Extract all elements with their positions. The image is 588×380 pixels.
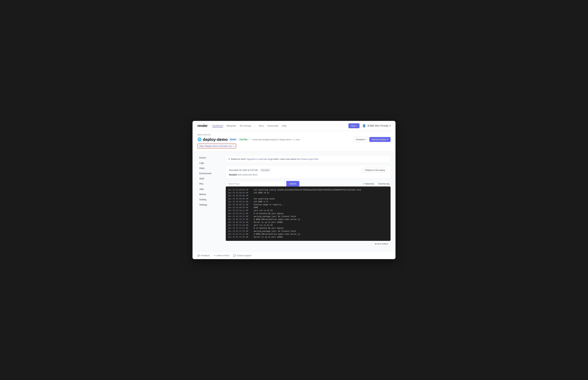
commit-hash: 8baa92d (229, 173, 237, 176)
brand-logo: render (197, 124, 207, 128)
log-message: Pushing image to registry... (254, 203, 285, 206)
upgrade-link[interactable]: Upgrade to a paid plan (247, 158, 268, 160)
globe-icon: 🌐 (197, 137, 202, 141)
footer-invite[interactable]: ✈ Invite a Friend (214, 254, 229, 257)
repo-info: ⑂ ntuee-web-programming/1II-1-deploy-dem… (251, 138, 300, 141)
user-menu[interactable]: 👤 莊加皓 (Max Chuang) ▾ (362, 124, 391, 128)
sidebar-item-prs[interactable]: PRs (197, 181, 222, 186)
scroll-bottom-row: Scroll to bottom (226, 242, 391, 246)
connect-button[interactable]: Connect ▾ (353, 137, 368, 142)
footer: 💬 Feedback ✈ Invite a Friend 💭 Contact S… (193, 252, 395, 259)
sidebar-item-environment[interactable]: Environment (197, 171, 222, 176)
manual-deploy-button[interactable]: Manual Deploy ▾ (369, 137, 391, 142)
header-actions: Connect ▾ Manual Deploy ▾ (353, 137, 391, 142)
service-title-row: 🌐 deploy-demo Docker Free Plan ⑂ ntuee-w… (197, 137, 391, 142)
chevron-down-icon: ▾ (387, 138, 388, 141)
nav-help[interactable]: Help (282, 124, 286, 128)
nav-blueprints[interactable]: Blueprints (227, 124, 236, 128)
log-message: $ NODE_ENV=production babel-node server.… (254, 233, 300, 236)
log-message: $ NODE_ENV=production babel-node server.… (254, 218, 300, 221)
log-line: Dec 29 01:11:29 AMServer is up on port 1… (228, 236, 388, 239)
navbar-right: New + 👤 莊加皓 (Max Chuang) ▾ (348, 123, 391, 128)
log-timestamp: Dec 29 01:09:00 AM (228, 189, 251, 191)
nav-dashboard[interactable]: Dashboard (212, 124, 223, 128)
footer-support[interactable]: 💭 Contact Support (233, 254, 251, 257)
log-line: Dec 29 01:10:15 AM$ NODE_ENV=production … (228, 218, 388, 221)
sidebar-item-events[interactable]: Events (197, 155, 222, 160)
log-timestamp: Dec 29 01:11:29 AM (228, 236, 251, 239)
deploy-meta: December 29, 2022 at 1:07 AM Canceled (229, 169, 271, 172)
sidebar-item-jobs[interactable]: Jobs (197, 187, 222, 191)
scroll-to-bottom-button[interactable]: Scroll to bottom (372, 242, 391, 246)
log-message: DONE (254, 206, 258, 209)
github-icon: ⑂ (251, 138, 252, 141)
repo-name: ntuee-web-programming/1II-1-deploy-demo (253, 138, 291, 141)
rollback-button[interactable]: Rollback to this deploy (363, 168, 387, 172)
nav-community[interactable]: Community (267, 124, 278, 128)
log-line: Dec 29 01:09:06 AM#12 DONE 29.3s (228, 191, 388, 194)
service-url-row: https://deploy-demo.onrender.com ⧉ (197, 144, 391, 148)
log-line: Dec 29 01:09:30 AMDONE (228, 206, 388, 209)
log-line: Dec 29 01:09:06 AM (228, 194, 388, 197)
main-content: WEB SERVICE 🌐 deploy-demo Docker Free Pl… (193, 131, 395, 259)
service-url-link[interactable]: https://deploy-demo.onrender.com (199, 145, 232, 147)
new-button[interactable]: New + (348, 123, 360, 128)
log-search-wrapper (226, 181, 284, 187)
log-message: yarn run v1.22.19 (254, 209, 272, 212)
service-name: 🌐 deploy-demo Docker Free Plan (197, 137, 249, 142)
log-timestamp: Dec 29 01:11:13 AM (228, 233, 251, 236)
service-url-box: https://deploy-demo.onrender.com ⧉ (197, 144, 236, 148)
sidebar-item-disks[interactable]: Disks (197, 166, 222, 171)
avatar: 👤 (362, 124, 366, 128)
search-input[interactable] (226, 181, 284, 186)
sidebar-item-metrics[interactable]: Metrics (197, 192, 222, 197)
navbar: render Dashboard Blueprints Env Groups D… (193, 121, 395, 131)
log-line: Dec 29 01:10:11 AMyarn run v1.22.19 (228, 209, 388, 212)
service-title-left: 🌐 deploy-demo Docker Free Plan ⑂ ntuee-w… (197, 137, 300, 142)
docker-badge: Docker (229, 138, 237, 141)
free-plan-badge: Free Plan (238, 138, 249, 141)
nav-env-groups[interactable]: Env Groups (240, 124, 251, 128)
sidebar-item-logs[interactable]: Logs (197, 160, 222, 165)
log-message: warning package.json: No license field (254, 215, 296, 218)
log-line: Dec 29 01:11:13 AMwarning package.json: … (228, 230, 388, 233)
footer-feedback[interactable]: 💬 Feedback (197, 254, 210, 257)
log-timestamp: Dec 29 01:11:10 AM (228, 224, 251, 227)
log-message: yarn run v1.22.19 (254, 224, 272, 227)
nav-divider (255, 124, 255, 127)
log-terminal: Dec 29 01:09:00 AM#12 exporting config s… (226, 187, 391, 241)
sidebar-item-shell[interactable]: Shell (197, 176, 222, 181)
manual-deploy-label: Manual Deploy (372, 138, 386, 141)
info-icon: ℹ (229, 158, 230, 160)
branch-icon: ⌥ (292, 138, 294, 141)
scroll-to-top-button[interactable]: Scroll to top (377, 182, 391, 186)
log-message: $ cd backend && yarn deploy (254, 227, 284, 230)
limits-link[interactable]: free instance type limits. (297, 158, 319, 160)
main-panel: ℹ Builds too slow? Upgrade to a paid pla… (226, 155, 391, 248)
copy-icon[interactable]: ⧉ (233, 145, 234, 147)
user-name: 莊加皓 (Max Chuang) (367, 124, 388, 127)
nav-docs[interactable]: Docs (259, 124, 264, 128)
service-header: WEB SERVICE 🌐 deploy-demo Docker Free Pl… (193, 131, 395, 152)
sidebar-item-scaling[interactable]: Scaling (197, 197, 222, 202)
connect-label: Connect (356, 138, 364, 141)
log-timestamp: Dec 29 01:09:06 AM (228, 191, 251, 194)
deploy-card-header: December 29, 2022 at 1:07 AM Canceled Ro… (229, 168, 387, 172)
log-message: #13 exporting cache (254, 198, 275, 200)
log-timestamp: Dec 29 01:09:12 AM (228, 203, 251, 206)
log-message: warning package.json: No license field (254, 230, 296, 233)
deploy-commit: 8baa92d done websocket demo (229, 173, 387, 176)
log-timestamp: Dec 29 01:09:10 AM (228, 200, 251, 203)
log-message: $ cd backend && yarn deploy (254, 212, 284, 215)
log-timestamp: Dec 29 01:09:06 AM (228, 198, 251, 200)
chevron-down-icon: ▾ (389, 125, 391, 127)
maximize-button[interactable]: ⤢ Maximize (362, 182, 375, 186)
commit-message: done websocket demo (238, 173, 258, 176)
log-message: #12 exporting config sha256:0e115e8a763d… (254, 189, 361, 191)
invite-icon: ✈ (214, 254, 216, 257)
search-button[interactable]: Search (286, 181, 299, 187)
log-message: #12 DONE 29.3s (254, 191, 269, 194)
log-line: Dec 29 01:09:00 AM#12 exporting config s… (228, 189, 388, 191)
sidebar-item-settings[interactable]: Settings (197, 202, 222, 207)
service-name-text: deploy-demo (203, 137, 228, 142)
